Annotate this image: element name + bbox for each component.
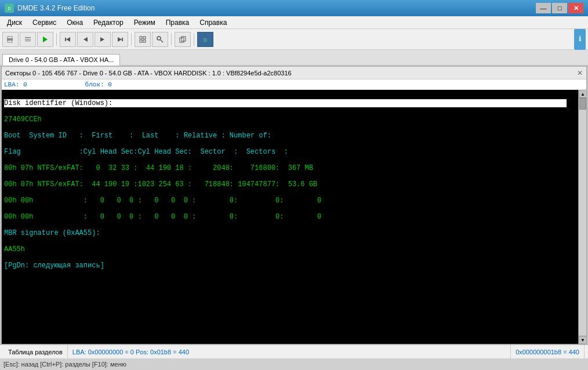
toolbar-back[interactable] [2, 32, 19, 47]
help-text: [Esc]: назад [Ctrl+P]: разделы [F10]: ме… [3, 361, 126, 368]
content-row-2: 27469CCEh [4, 115, 567, 124]
svg-text:D: D [8, 6, 10, 10]
svg-rect-5 [25, 39, 31, 39]
content-row-9: MBR signature (0xAA55): [4, 229, 567, 237]
panel-header: Секторы 0 - 105 456 767 - Drive 0 - 54.0… [2, 67, 586, 79]
status-section-1: Таблица разделов [3, 345, 68, 358]
toolbar-separator-2 [131, 33, 132, 46]
toolbar-list[interactable] [20, 32, 36, 47]
toolbar-next[interactable] [112, 32, 128, 47]
close-button[interactable]: ✕ [568, 3, 583, 13]
content-area: Disk identifier (Windows): 27469CCEh Boo… [2, 90, 578, 344]
content-row-5: 80h 07h NTFS/exFAT: 0 32 33 : 44 190 18 … [4, 164, 567, 172]
info-button[interactable]: ℹ [574, 29, 586, 50]
panel-close-button[interactable]: ✕ [577, 69, 583, 77]
title-bar: D DMDE 3.4.2 Free Edition — □ ✕ [0, 0, 588, 16]
menu-bar: Диск Сервис Окна Редактор Режим Правка С… [0, 16, 588, 29]
svg-rect-15 [143, 37, 146, 39]
svg-rect-4 [25, 37, 31, 38]
status-bar: Таблица разделов LBA: 0x00000000 = 0 Pos… [0, 344, 588, 358]
window-controls[interactable]: — □ ✕ [536, 3, 583, 13]
toolbar-separator-3 [171, 33, 172, 46]
toolbar-dmde[interactable]: D [197, 32, 213, 47]
content-row-11: [PgDn: следующая запись] [4, 262, 567, 270]
maximize-button[interactable]: □ [552, 3, 567, 13]
menu-service[interactable]: Сервис [28, 17, 61, 28]
toolbar-copy[interactable] [175, 32, 191, 47]
toolbar-grid[interactable] [135, 32, 151, 47]
status-lba-pos: LBA: 0x00000000 = 0 Pos: 0x01b8 = 440 [72, 349, 189, 356]
toolbar-search[interactable] [152, 32, 168, 47]
svg-marker-9 [66, 37, 70, 42]
toolbar: D ℹ [0, 29, 588, 50]
svg-rect-6 [25, 41, 31, 41]
drive-tabs: Drive 0 - 54.0 GB - ATA - VBOX HA... [0, 50, 588, 65]
block-value: блок: 0 [85, 81, 112, 88]
toolbar-step-fwd[interactable] [95, 32, 111, 47]
menu-disk[interactable]: Диск [2, 17, 27, 28]
menu-mode[interactable]: Режим [129, 17, 160, 28]
menu-help[interactable]: Справка [195, 17, 231, 28]
svg-marker-10 [84, 37, 88, 42]
svg-point-18 [157, 37, 161, 40]
lba-bar: LBA: 0 блок: 0 [2, 79, 586, 90]
panel-header-text: Секторы 0 - 105 456 767 - Drive 0 - 54.0… [5, 70, 292, 77]
minimize-button[interactable]: — [536, 3, 551, 13]
content-row-3: Boot System ID : First : Last : Relative… [4, 132, 567, 140]
content-row-6: 00h 07h NTFS/exFAT: 44 190 19 :1023 254 … [4, 180, 567, 188]
lba-value: LBA: 0 [4, 81, 27, 88]
content-row-1: Disk identifier (Windows): [4, 99, 567, 107]
status-hex: 0x000000001b8 = 440 [516, 349, 579, 356]
content-row-10: AA55h [4, 245, 567, 253]
toolbar-play[interactable] [37, 32, 53, 47]
menu-windows[interactable]: Окна [62, 17, 88, 28]
svg-marker-7 [43, 37, 48, 42]
content-inner: Disk identifier (Windows): 27469CCEh Boo… [4, 91, 576, 286]
scrollbar-down[interactable]: ▼ [579, 336, 586, 344]
window-title: DMDE 3.4.2 Free Edition [17, 4, 95, 12]
status-section-2: LBA: 0x00000000 = 0 Pos: 0x01b8 = 440 [68, 345, 511, 358]
status-table-label: Таблица разделов [8, 349, 63, 356]
svg-text:D: D [204, 37, 208, 43]
content-row-4: Flag :Cyl Head Sec:Cyl Head Sec: Sector … [4, 148, 567, 156]
scrollbar[interactable]: ▲ ▼ [578, 90, 586, 344]
content-row-7: 00h 00h : 0 0 0 : 0 0 0 : 0: 0: 0 [4, 197, 567, 205]
toolbar-prev[interactable] [60, 32, 76, 47]
status-section-3: 0x000000001b8 = 440 [511, 345, 585, 358]
svg-marker-13 [118, 37, 122, 42]
menu-editor[interactable]: Редактор [89, 17, 128, 28]
svg-rect-16 [140, 40, 142, 42]
panel-wrapper: Секторы 0 - 105 456 767 - Drive 0 - 54.0… [1, 66, 587, 344]
svg-rect-8 [65, 38, 66, 41]
toolbar-separator-1 [56, 33, 57, 46]
toolbar-separator-4 [194, 33, 194, 46]
svg-rect-14 [140, 37, 142, 39]
toolbar-step-back[interactable] [77, 32, 93, 47]
app-icon: D [5, 3, 14, 13]
scrollbar-thumb[interactable] [579, 98, 586, 110]
svg-rect-12 [122, 38, 123, 41]
help-bar: [Esc]: назад [Ctrl+P]: разделы [F10]: ме… [0, 358, 588, 370]
scrollbar-up[interactable]: ▲ [579, 90, 586, 98]
svg-rect-17 [143, 40, 146, 42]
drive-tab-0[interactable]: Drive 0 - 54.0 GB - ATA - VBOX HA... [2, 54, 120, 66]
svg-marker-11 [100, 37, 104, 42]
menu-edit[interactable]: Правка [161, 17, 194, 28]
content-row-8: 00h 00h : 0 0 0 : 0 0 0 : 0: 0: 0 [4, 213, 567, 221]
svg-line-19 [161, 40, 163, 42]
